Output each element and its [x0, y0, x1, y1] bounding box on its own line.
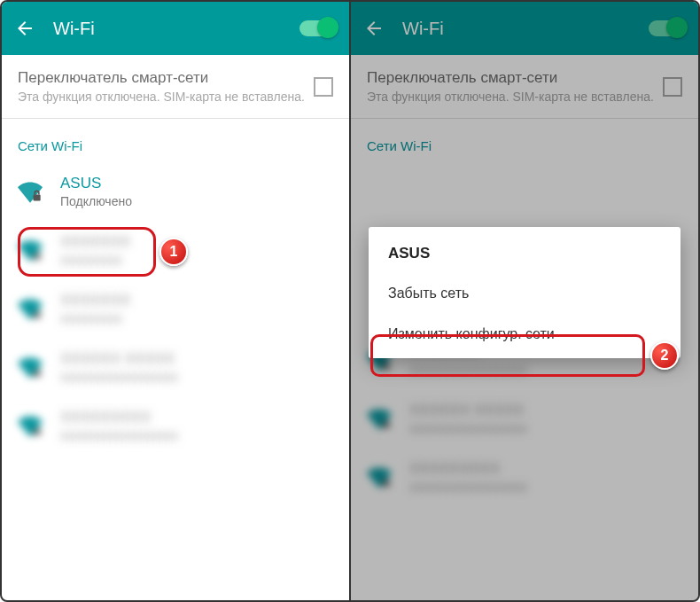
wifi-lock-icon: [18, 296, 43, 321]
wifi-lock-icon: [367, 406, 392, 431]
wifi-toggle[interactable]: [649, 20, 686, 36]
svg-rect-0: [34, 194, 41, 200]
appbar: Wi-Fi: [2, 2, 349, 55]
svg-rect-1: [34, 253, 41, 259]
appbar-title: Wi-Fi: [402, 19, 649, 39]
svg-rect-4: [34, 428, 41, 434]
popup-title: ASUS: [369, 231, 681, 273]
svg-rect-5: [383, 363, 390, 369]
svg-rect-6: [383, 421, 390, 427]
menu-modify-network[interactable]: Изменить конфигур. сети: [369, 314, 681, 355]
step-badge-1: 1: [159, 238, 188, 266]
network-item-blurred[interactable]: XXXXXXXXXxxxxxxxxxxxxxxxxxxx: [2, 396, 349, 455]
svg-rect-3: [34, 370, 41, 376]
smart-sub: Эта функция отключена. SIM-карта не вста…: [18, 89, 307, 106]
smart-title: Переключатель смарт-сети: [18, 69, 307, 87]
section-label: Сети Wi-Fi: [2, 119, 349, 162]
screen-wifi-list: Wi-Fi Переключатель смарт-сети Эта функц…: [2, 2, 349, 600]
wifi-toggle[interactable]: [299, 20, 337, 36]
svg-rect-2: [34, 311, 41, 317]
network-name: ASUS: [60, 175, 333, 192]
context-menu: ASUS Забыть сеть Изменить конфигур. сети: [369, 227, 681, 358]
network-item-blurred[interactable]: XXXXXX XXXXXxxxxxxxxxxxxxxxxxxx: [351, 389, 698, 448]
appbar-title: Wi-Fi: [53, 19, 299, 39]
menu-forget-network[interactable]: Забыть сеть: [369, 273, 681, 314]
network-item-blurred[interactable]: XXXXXXXXXxxxxxxxxxxxxxxxxxxx: [351, 448, 698, 506]
smart-network-row[interactable]: Переключатель смарт-сети Эта функция отк…: [351, 55, 698, 119]
back-arrow-icon[interactable]: [363, 18, 385, 39]
wifi-lock-icon: [18, 179, 43, 204]
smart-checkbox[interactable]: [663, 77, 682, 97]
back-arrow-icon[interactable]: [14, 18, 35, 39]
smart-sub: Эта функция отключена. SIM-карта не вста…: [367, 89, 656, 106]
wifi-lock-icon: [367, 465, 392, 489]
network-status: Подключено: [60, 194, 333, 208]
svg-rect-7: [383, 480, 390, 486]
wifi-lock-icon: [18, 238, 43, 262]
section-label: Сети Wi-Fi: [351, 119, 698, 162]
wifi-lock-icon: [18, 355, 43, 379]
wifi-lock-icon: [18, 413, 43, 438]
smart-title: Переключатель смарт-сети: [367, 69, 656, 87]
smart-network-row[interactable]: Переключатель смарт-сети Эта функция отк…: [2, 55, 349, 119]
step-badge-2: 2: [650, 341, 679, 370]
network-item-blurred[interactable]: XXXXXXXxxxxxxxxxx: [2, 279, 349, 338]
smart-checkbox[interactable]: [314, 77, 333, 97]
appbar: Wi-Fi: [351, 2, 698, 55]
network-item-asus[interactable]: ASUS Подключено: [2, 162, 349, 221]
screen-context-menu: Wi-Fi Переключатель смарт-сети Эта функц…: [349, 2, 698, 600]
network-item-blurred[interactable]: XXXXXX XXXXXxxxxxxxxxxxxxxxxxxx: [2, 338, 349, 396]
